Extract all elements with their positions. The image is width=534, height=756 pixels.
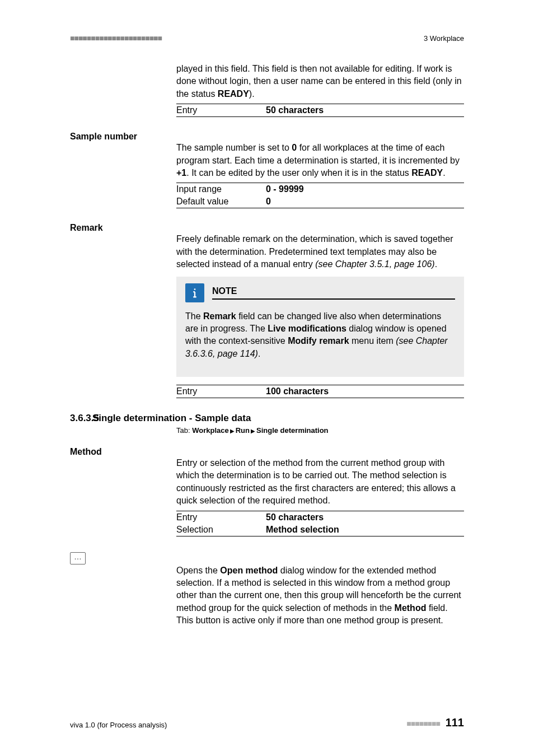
footer-decor-dashes: ■■■■■■■■	[406, 719, 440, 728]
subsection-title: Single determination - Sample data	[92, 413, 251, 423]
note-box: NOTE The Remark field can be changed liv…	[176, 277, 464, 377]
sn-default-val: 0	[266, 197, 464, 207]
ellip-a: Opens the	[176, 566, 220, 575]
remark-entry-val: 100 characters	[266, 386, 464, 396]
sn-text-a: The sample number is set to	[176, 143, 292, 152]
method-selection-val: Method selection	[266, 525, 464, 535]
intro-status: READY	[218, 89, 249, 99]
sample-number-label: Sample number	[70, 132, 137, 141]
note-body: The Remark field can be changed live als…	[185, 310, 455, 361]
tab-p2: Single determination	[256, 426, 329, 435]
note-d: Live modifications	[268, 324, 346, 333]
note-i: .	[258, 349, 260, 358]
intro-text-end: ).	[249, 89, 255, 99]
tab-p0: Workplace	[192, 426, 229, 435]
sn-default-key: Default value	[176, 197, 266, 207]
note-title: NOTE	[212, 286, 455, 300]
info-icon	[185, 283, 204, 302]
tab-prefix: Tab:	[176, 426, 192, 435]
triangle-icon: ▶	[230, 428, 235, 434]
ellip-d: Method	[395, 603, 427, 613]
sn-zero: 0	[292, 143, 297, 152]
sn-ready: READY	[411, 168, 443, 178]
ellipsis-button-icon[interactable]: …	[70, 552, 86, 564]
note-g: menu item	[349, 336, 396, 346]
remark-label: Remark	[70, 223, 103, 232]
intro-entry-val: 50 characters	[266, 105, 464, 115]
tab-path: Tab: Workplace▶Run▶Single determination	[176, 426, 464, 435]
intro-entry-key: Entry	[176, 105, 266, 115]
header-decor-dashes: ■■■■■■■■■■■■■■■■■■■■■■	[70, 34, 162, 43]
ellip-b: Open method	[220, 566, 278, 575]
footer-page-number: 111	[446, 716, 464, 729]
method-entry-val: 50 characters	[266, 512, 464, 522]
triangle-icon: ▶	[251, 428, 255, 434]
tab-p1: Run	[236, 426, 250, 435]
svg-point-0	[194, 288, 196, 290]
header-section: 3 Workplace	[424, 34, 464, 43]
remark-paragraph: Freely definable remark on the determina…	[176, 233, 464, 270]
note-a: The	[185, 311, 203, 321]
method-entry-key: Entry	[176, 512, 266, 522]
method-selection-key: Selection	[176, 525, 266, 535]
note-f: Modify remark	[288, 336, 349, 346]
sn-input-range-val: 0 - 99999	[266, 184, 464, 194]
method-paragraph: Entry or selection of the method from th…	[176, 457, 464, 507]
intro-paragraph: played in this field. This field is then…	[176, 63, 464, 100]
note-b: Remark	[203, 311, 236, 321]
sample-number-paragraph: The sample number is set to 0 for all wo…	[176, 142, 464, 179]
sn-input-range-key: Input range	[176, 184, 266, 194]
sn-plusone: +1	[176, 168, 186, 178]
footer-product: viva 1.0 (for Process analysis)	[70, 721, 167, 729]
ellipsis-paragraph: Opens the Open method dialog window for …	[176, 564, 464, 627]
remark-entry-key: Entry	[176, 386, 266, 396]
sn-text-g: .	[443, 168, 445, 178]
sn-text-e: . It can be edited by the user only when…	[186, 168, 411, 178]
method-label: Method	[70, 447, 102, 456]
remark-text-c: .	[435, 259, 437, 269]
remark-ref: (see Chapter 3.5.1, page 106)	[315, 259, 434, 269]
